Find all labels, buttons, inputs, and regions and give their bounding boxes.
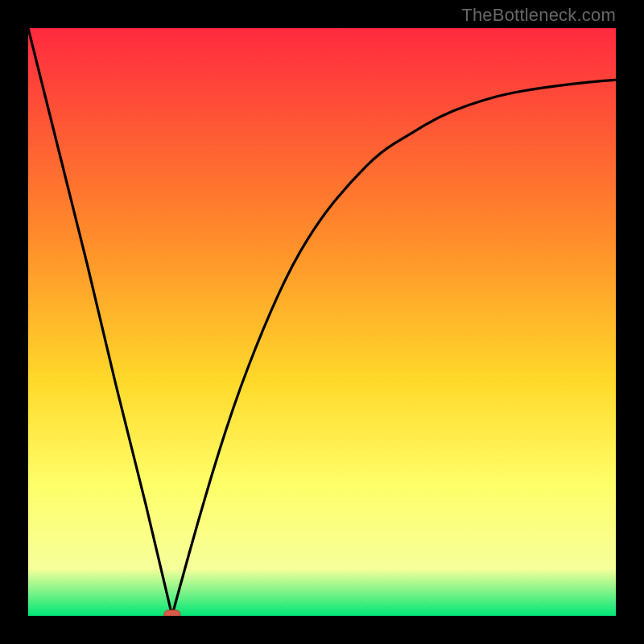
- min-marker: [164, 610, 180, 616]
- chart-svg: [28, 28, 616, 616]
- chart-frame: TheBottleneck.com: [0, 0, 644, 644]
- gradient-bg: [28, 28, 616, 616]
- watermark-text: TheBottleneck.com: [461, 5, 616, 26]
- plot-area: [28, 28, 616, 616]
